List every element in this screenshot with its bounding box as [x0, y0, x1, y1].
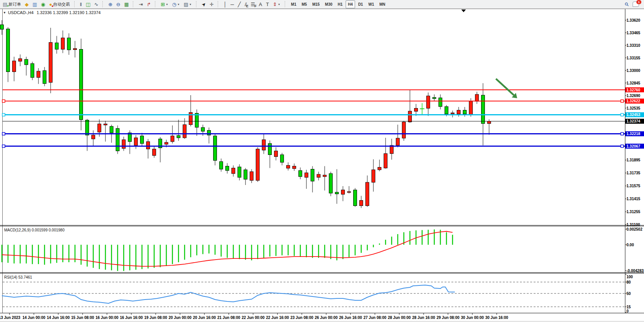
macd-histogram-bar: [367, 245, 368, 250]
trendline-button[interactable]: ╱: [236, 0, 242, 8]
timeframe-m15-button[interactable]: M15: [310, 0, 322, 8]
candle-body: [116, 129, 120, 151]
candle-body: [348, 192, 351, 193]
auto-scroll-button[interactable]: ⇥: [137, 0, 144, 8]
zoom-in-button[interactable]: ⊕: [107, 0, 114, 8]
notifications-button[interactable]: 1: [631, 0, 641, 8]
macd-histogram-bar: [452, 235, 453, 245]
channel-icon-overlay: E: [246, 5, 248, 8]
macd-histogram-bar: [44, 245, 45, 265]
chevron-down-icon[interactable]: ▼: [189, 3, 192, 6]
candle-body: [311, 169, 314, 182]
zoom-out-icon: ⊖: [116, 2, 120, 7]
periods-button[interactable]: ◷▼: [171, 0, 181, 8]
chevron-down-icon[interactable]: ▼: [278, 3, 281, 6]
vline-icon: │: [223, 2, 226, 7]
macd-histogram-bar: [306, 245, 307, 257]
price-tick-label: 1.32535: [626, 106, 641, 110]
macd-histogram-bar: [324, 245, 325, 258]
fibonacci-button[interactable]: ☰F: [249, 0, 257, 8]
vertical-line-button[interactable]: │: [222, 0, 228, 8]
text-button[interactable]: A: [257, 0, 264, 8]
candlestick-button[interactable]: ◫: [84, 0, 92, 8]
candle-body: [402, 122, 406, 139]
macd-histogram-bar: [81, 245, 82, 265]
price-tick-label: 1.31895: [626, 158, 641, 162]
preview-button[interactable]: ▥: [31, 0, 38, 8]
macd-histogram-bar: [105, 245, 106, 270]
styler-button[interactable]: ◆: [23, 0, 30, 8]
candle-body: [317, 174, 320, 177]
macd-histogram-bar: [111, 245, 112, 270]
time-tick-label: 13 Jun 2023: [0, 316, 21, 320]
time-tick-label: 16 Jun 00:00: [96, 316, 118, 320]
horizontal-line-button[interactable]: ─: [229, 0, 236, 8]
timeframe-m5-button[interactable]: M5: [299, 0, 309, 8]
timeframe-m30-button[interactable]: M30: [323, 0, 335, 8]
candle-body: [165, 142, 168, 144]
candle-body: [329, 174, 333, 193]
line-handle[interactable]: [2, 132, 5, 135]
new-order-button[interactable]: ▤+新订单: [1, 0, 22, 8]
time-tick-label: 23 Jun 08:00: [290, 316, 313, 320]
timeframe-h1-button[interactable]: H1: [335, 0, 345, 8]
time-tick-label: 19 Jun 08:00: [144, 316, 167, 320]
candle-body: [354, 190, 357, 206]
chevron-down-icon[interactable]: ▼: [177, 3, 180, 6]
chart-title: ▼ USDCAD-,H4 1.32336 1.32399 1.32190 1.3…: [3, 10, 100, 15]
search-button[interactable]: ⚲: [623, 0, 630, 8]
bar-chart-icon: ‖: [80, 2, 82, 7]
timeframe-d1-button[interactable]: D1: [356, 0, 365, 8]
arrows-button[interactable]: ⇕▼: [271, 0, 282, 8]
chart-shift-button[interactable]: ↱: [145, 0, 152, 8]
autotrading-icon-overlay: ●: [51, 5, 53, 8]
line-handle[interactable]: [621, 145, 623, 148]
chevron-down-icon[interactable]: ▼: [166, 3, 168, 6]
cursor-button[interactable]: ➤: [200, 0, 207, 8]
chart-canvas[interactable]: 1.336201.334651.333101.331551.330001.328…: [0, 9, 644, 322]
zoom-out-button[interactable]: ⊖: [115, 0, 122, 8]
macd-histogram-bar: [282, 245, 283, 255]
rsi-tick-label: 100: [626, 275, 633, 279]
macd-tick-label: 0.002502: [626, 227, 642, 231]
chart-window[interactable]: ▼ USDCAD-,H4 1.32336 1.32399 1.32190 1.3…: [0, 9, 644, 322]
label-button[interactable]: T: [265, 0, 271, 8]
macd-histogram-bar: [190, 245, 191, 257]
templates-button[interactable]: ▨▼: [182, 0, 193, 8]
timeframe-w1-button[interactable]: W1: [366, 0, 376, 8]
macd-histogram-bar: [202, 245, 204, 254]
toolbar-group-drawing: │─╱⫽E☰FAT⇕▼: [222, 0, 282, 8]
candle-body: [31, 64, 34, 78]
indicators-button[interactable]: ⊞▼: [159, 0, 170, 8]
macd-histogram-bar: [184, 245, 185, 260]
candle-body: [232, 168, 235, 174]
line-handle[interactable]: [621, 113, 623, 116]
line-handle[interactable]: [2, 145, 5, 148]
timeframe-h4-button[interactable]: H4: [346, 0, 355, 8]
channel-button[interactable]: ⫽E: [243, 0, 249, 8]
price-tag-label: 1.32622: [626, 99, 641, 103]
line-handle[interactable]: [2, 113, 5, 116]
candle-body: [147, 142, 150, 149]
tile-windows-button[interactable]: ▦: [123, 0, 130, 8]
line-handle[interactable]: [2, 100, 5, 102]
candle-body: [226, 166, 229, 171]
line-handle[interactable]: [621, 132, 623, 135]
bar-chart-button[interactable]: ‖: [78, 0, 83, 8]
signals-button[interactable]: ◉: [40, 0, 47, 8]
timeframe-m1-button[interactable]: M1: [289, 0, 299, 8]
line-handle[interactable]: [621, 100, 623, 102]
candle-body: [49, 43, 53, 83]
macd-histogram-bar: [117, 245, 118, 271]
crosshair-button[interactable]: ✛: [208, 0, 215, 8]
chart-menu-icon[interactable]: ▼: [3, 11, 6, 14]
timeframe-mn-button[interactable]: MN: [377, 0, 388, 8]
line-chart-button[interactable]: ∿: [92, 0, 100, 8]
time-tick-label: 30 Jun 16:00: [485, 316, 508, 320]
macd-histogram-bar: [160, 245, 161, 267]
candle-body: [360, 201, 363, 206]
time-tick-label: 26 Jun 00:00: [315, 316, 338, 320]
macd-histogram-bar: [355, 245, 356, 255]
macd-histogram-bar: [410, 231, 411, 245]
autotrading-button[interactable]: ●●自动交易: [48, 0, 72, 8]
